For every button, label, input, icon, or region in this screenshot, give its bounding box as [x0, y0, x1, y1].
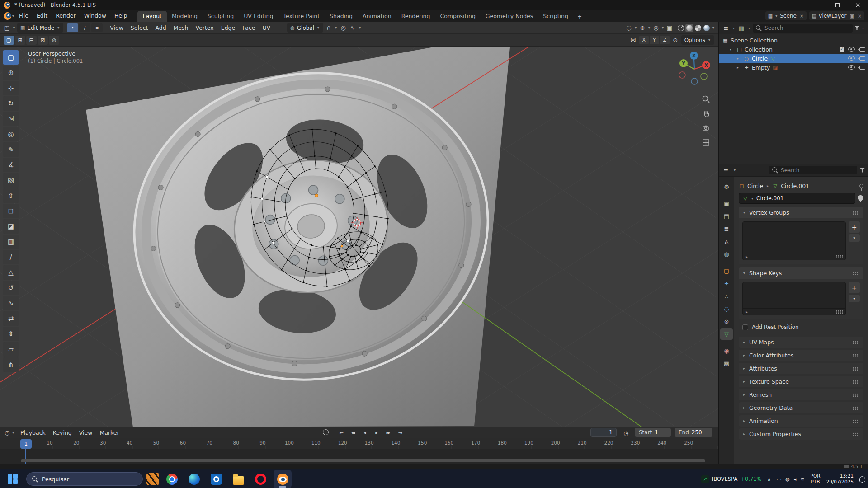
panel-grip-icon[interactable] [853, 393, 860, 397]
chevron-right-icon[interactable]: ▸ [745, 255, 749, 259]
timeline-track-area[interactable] [0, 449, 718, 464]
opera-app-button[interactable] [251, 470, 269, 488]
panel-grip-icon[interactable] [853, 341, 860, 344]
hidden-icons-chevron[interactable]: ∧ [767, 477, 770, 482]
snap-base-icon[interactable]: ⊙ [671, 36, 679, 45]
panel-grip-icon[interactable] [853, 272, 860, 275]
panel-attributes[interactable]: ▸Attributes [739, 363, 863, 374]
3d-viewport[interactable]: User Perspective (1) Circle | Circle.001… [0, 47, 718, 427]
timeline-editor-icon[interactable]: ◷ [3, 428, 11, 437]
smooth-tool-button[interactable]: ∿ [3, 296, 19, 310]
spin-tool-button[interactable]: ↺ [3, 281, 19, 295]
edge-slide-tool-button[interactable]: ⇄ [3, 311, 19, 326]
use-preview-range-icon[interactable]: ◷ [622, 428, 630, 437]
panel-uv-maps[interactable]: ▸UV Maps [739, 337, 863, 348]
timeline-scrollbar[interactable] [21, 459, 705, 462]
panel-divider[interactable] [718, 22, 719, 464]
menu-render[interactable]: Render [52, 10, 80, 22]
shape-keys-list[interactable]: ▸ [742, 282, 846, 315]
snap-magnet-icon[interactable]: ∩ [325, 23, 333, 33]
properties-tab-output[interactable]: ▤ [720, 211, 733, 222]
list-grip-icon[interactable] [836, 310, 843, 314]
properties-tab-texture[interactable]: ▩ [720, 358, 733, 369]
zoom-button[interactable] [700, 94, 712, 105]
mirror-y-button[interactable]: Y [650, 36, 659, 44]
breadcrumb-data[interactable]: Circle.001 [781, 183, 809, 189]
viewport-menu-add[interactable]: Add [151, 22, 170, 33]
taskbar-search-input[interactable]: Pesquisar [26, 472, 143, 486]
properties-tab-world[interactable]: ◍ [720, 249, 733, 260]
blender-menu-icon[interactable] [4, 12, 11, 20]
move-view-button[interactable] [700, 108, 712, 120]
blender-app-button[interactable] [274, 470, 292, 488]
gizmo-minus-x-axis[interactable] [679, 72, 685, 78]
show-gizmo-icon[interactable]: ⊕ [638, 23, 646, 33]
properties-tab-tool[interactable]: ⚙ [720, 181, 733, 192]
vertex-group-specials-button[interactable]: ▾ [849, 234, 860, 242]
camera-icon[interactable] [859, 56, 865, 61]
shear-tool-button[interactable]: ▱ [3, 342, 19, 357]
workspace-tab-uv-editing[interactable]: UV Editing [239, 11, 278, 22]
viewport-menu-select[interactable]: Select [127, 22, 152, 33]
chrome-app-button[interactable] [163, 470, 181, 488]
panel-grip-icon[interactable] [853, 367, 860, 371]
eye-icon[interactable] [848, 56, 855, 61]
viewport-menu-face[interactable]: Face [239, 22, 259, 33]
rip-region-tool-button[interactable]: ⋔ [3, 357, 19, 372]
properties-tab-scene[interactable]: ◭ [720, 236, 733, 247]
properties-tab-object[interactable]: ▢ [720, 265, 733, 277]
auto-keying-toggle[interactable] [323, 429, 329, 435]
workspace-tab-texture-paint[interactable]: Texture Paint [278, 11, 325, 22]
menu-help[interactable]: Help [110, 10, 132, 22]
timeline-menu-playback[interactable]: Playback [17, 427, 49, 438]
eye-icon[interactable] [848, 65, 855, 70]
viewport-menu-view[interactable]: View [106, 22, 127, 33]
playhead[interactable]: 1 [20, 439, 32, 449]
properties-search-input[interactable]: Search [769, 166, 857, 174]
mirror-z-button[interactable]: Z [660, 36, 670, 44]
explorer-app-button[interactable] [229, 470, 247, 488]
start-button[interactable] [7, 474, 18, 484]
viewlayer-selector[interactable]: ▤ ViewLayer ▣ × [809, 11, 864, 20]
disclosure-right-icon[interactable]: ▸ [737, 66, 741, 70]
loop-cut-tool-button[interactable]: ▥ [3, 235, 19, 249]
properties-tab-render[interactable]: ▣ [720, 198, 733, 209]
volume-icon[interactable]: ◂ [794, 476, 797, 482]
outliner-row-circle[interactable]: ▸○Circle▽ [719, 54, 868, 63]
properties-tab-data[interactable]: ▽ [720, 328, 733, 340]
add-rest-position-checkbox[interactable] [742, 324, 748, 330]
cast-icon[interactable]: ▭ [777, 476, 781, 482]
outlook-app-button[interactable] [207, 470, 225, 488]
outliner-row-scene-collection[interactable]: ▦Scene Collection [719, 36, 868, 45]
panel-grip-icon[interactable] [853, 211, 860, 215]
measure-tool-button[interactable]: ∡ [3, 158, 19, 172]
clock[interactable]: 13:21 29/07/2025 [826, 473, 854, 485]
current-frame-field[interactable]: 1 [590, 428, 617, 437]
edge-select-mode-button[interactable]: ∕ [79, 23, 90, 32]
disclosure-down-icon[interactable]: ▾ [730, 47, 734, 52]
poly-build-tool-button[interactable]: △ [3, 265, 19, 280]
inset-faces-tool-button[interactable]: ⊡ [3, 204, 19, 218]
select-invert-button[interactable]: ⊠ [38, 36, 48, 45]
outliner-search-input[interactable]: Search [753, 24, 853, 33]
shape-keys-panel-header[interactable]: ▾ Shape Keys [739, 267, 863, 279]
mirror-x-button[interactable]: X [639, 36, 649, 44]
notification-icon[interactable] [859, 476, 865, 482]
shrink-fatten-tool-button[interactable]: ⇕ [3, 327, 19, 341]
panel-grip-icon[interactable] [853, 354, 860, 357]
add-cube-tool-button[interactable]: ▧ [3, 173, 19, 188]
language-indicator[interactable]: POR PTB [811, 473, 821, 485]
network-icon[interactable]: ≋ [800, 476, 804, 482]
close-button[interactable] [848, 0, 868, 10]
edge-app-button[interactable] [185, 470, 203, 488]
play-button[interactable]: ▸ [371, 428, 382, 437]
shading-solid-button[interactable] [685, 24, 693, 32]
panel-grip-icon[interactable] [853, 419, 860, 423]
outliner-row-empty[interactable]: ▸+Empty▨ [719, 63, 868, 72]
properties-tab-physics[interactable]: ◌ [720, 303, 733, 314]
properties-tab-particles[interactable]: ∴ [720, 291, 733, 302]
timeline-menu-view[interactable]: View [75, 427, 96, 438]
workspace-tab-modeling[interactable]: Modeling [167, 11, 203, 22]
menu-file[interactable]: File [15, 10, 33, 22]
timeline-menu-keying[interactable]: Keying [49, 427, 75, 438]
